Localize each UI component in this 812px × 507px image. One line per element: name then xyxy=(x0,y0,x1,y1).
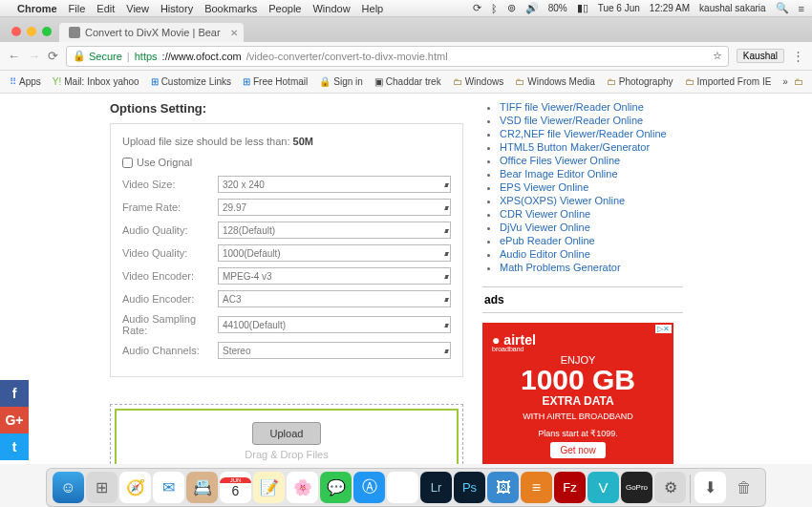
dock-finder[interactable]: ☺ xyxy=(53,472,84,503)
close-tab-icon[interactable]: ✕ xyxy=(230,28,238,38)
menu-view[interactable]: View xyxy=(126,3,149,14)
ad-with: WITH AIRTEL BROADBAND xyxy=(492,412,664,421)
dock-filezilla[interactable]: Fz xyxy=(554,472,586,503)
ad-banner[interactable]: ▷✕ ● airtel broadband ENJOY 1000 GB EXTR… xyxy=(482,323,673,464)
sidebar-link[interactable]: Bear Image Editor Online xyxy=(500,168,618,180)
dock-messages[interactable]: 💬 xyxy=(320,472,352,503)
option-select[interactable]: 1000(Default)▴▾ xyxy=(218,244,451,262)
sync-icon[interactable]: ⟳ xyxy=(473,2,481,14)
menu-help[interactable]: Help xyxy=(362,3,384,14)
dock-calendar[interactable]: JUN6 xyxy=(220,472,251,503)
dropdown-icon: ▴▾ xyxy=(444,347,446,355)
star-icon[interactable]: ☆ xyxy=(713,50,722,62)
option-select[interactable]: AC3▴▾ xyxy=(218,290,451,307)
close-window[interactable] xyxy=(11,27,21,36)
sidebar-link[interactable]: XPS(OXPS) Viewer Online xyxy=(500,195,625,206)
app-name[interactable]: Chrome xyxy=(17,3,57,14)
dock-app-orange[interactable]: ≡ xyxy=(521,472,552,503)
twitter-share[interactable]: t xyxy=(0,433,29,460)
sidebar-link[interactable]: HTML5 Button Maker/Generator xyxy=(500,141,650,153)
option-select[interactable]: 29.97▴▾ xyxy=(218,199,451,216)
battery-icon[interactable]: ▮▯ xyxy=(577,2,588,14)
profile-button[interactable]: Kaushal xyxy=(737,49,784,63)
googleplus-share[interactable]: G+ xyxy=(0,407,29,433)
minimize-window[interactable] xyxy=(27,27,36,36)
option-select[interactable]: Stereo▴▾ xyxy=(218,342,451,359)
menu-file[interactable]: File xyxy=(69,3,86,14)
dock-trash[interactable]: 🗑 xyxy=(728,472,759,503)
maximize-window[interactable] xyxy=(42,27,52,36)
facebook-share[interactable]: f xyxy=(0,380,29,407)
bookmark-item[interactable]: ▣Chaddar trek xyxy=(374,76,441,87)
dock-settings[interactable]: ⚙ xyxy=(654,472,686,503)
bluetooth-icon[interactable]: ᛒ xyxy=(491,3,498,14)
menubar-date[interactable]: Tue 6 Jun xyxy=(598,3,640,13)
folder-icon: 🗀 xyxy=(453,76,462,87)
bookmark-overflow[interactable]: » 🗀 Other Bookmarks xyxy=(782,76,812,87)
back-button[interactable]: ← xyxy=(8,49,20,63)
wifi-icon[interactable]: ⊚ xyxy=(507,2,516,14)
sidebar-link[interactable]: CDR Viewer Online xyxy=(500,208,590,220)
bookmark-item[interactable]: ⊞Customize Links xyxy=(151,76,231,87)
bookmark-item[interactable]: 🗀Windows xyxy=(453,76,504,87)
option-select[interactable]: 128(Default)▴▾ xyxy=(218,222,451,239)
bookmark-item[interactable]: 🗀Photography xyxy=(607,76,673,87)
menu-window[interactable]: Window xyxy=(312,3,350,14)
sidebar-link[interactable]: ePub Reader Online xyxy=(500,235,595,246)
window-controls xyxy=(8,27,59,42)
upload-button[interactable]: Upload xyxy=(252,422,322,445)
checkbox-input[interactable] xyxy=(122,158,133,168)
dock-lightroom[interactable]: Lr xyxy=(420,472,452,503)
dock-app-v[interactable]: V xyxy=(588,472,619,503)
dock-chrome[interactable]: ◉ xyxy=(387,472,418,503)
reload-button[interactable]: ⟳ xyxy=(48,49,58,63)
sidebar-link[interactable]: DjVu Viewer Online xyxy=(500,222,590,233)
sidebar-link[interactable]: VSD file Viewer/Reader Online xyxy=(500,115,643,126)
dock-safari[interactable]: 🧭 xyxy=(119,472,151,503)
menu-history[interactable]: History xyxy=(160,3,193,14)
ad-cta-button[interactable]: Get now xyxy=(550,442,605,458)
bookmark-item[interactable]: 🗀Imported From IE xyxy=(685,76,772,87)
sidebar-link[interactable]: CR2,NEF file Viewer/Reader Online xyxy=(500,128,667,139)
option-select[interactable]: 44100(Default)▴▾ xyxy=(218,316,451,333)
bookmark-item[interactable]: 🗀Windows Media xyxy=(515,76,595,87)
bookmark-item[interactable]: Y!Mail: Inbox yahoo xyxy=(53,76,139,87)
dock-mail[interactable]: ✉ xyxy=(153,472,184,503)
dock-downloads[interactable]: ⬇ xyxy=(694,472,726,503)
menu-icon[interactable]: ⋮ xyxy=(792,49,804,63)
menu-bookmarks[interactable]: Bookmarks xyxy=(204,3,257,14)
dock-photoshop[interactable]: Ps xyxy=(454,472,485,503)
dock-preview[interactable]: 🖼 xyxy=(487,472,519,503)
sidebar-link[interactable]: Math Problems Generator xyxy=(500,262,621,273)
bookmark-item[interactable]: 🔒Sign in xyxy=(319,76,363,87)
address-bar[interactable]: 🔒Secure | https://www.ofoct.com/video-co… xyxy=(66,46,729,67)
spotlight-icon[interactable]: 🔍 xyxy=(776,2,789,14)
menu-people[interactable]: People xyxy=(268,3,301,14)
upload-area[interactable]: Upload Drag & Drop Files xyxy=(110,404,463,464)
use-original-checkbox[interactable]: Use Orignal xyxy=(122,157,451,168)
sidebar-link[interactable]: EPS Viewer Online xyxy=(500,181,588,193)
sidebar-link[interactable]: TIFF file Viewer/Reader Online xyxy=(500,101,644,113)
menubar-user[interactable]: kaushal sakaria xyxy=(699,3,765,13)
hamburger-icon[interactable]: ≡ xyxy=(799,3,804,14)
dock-notes[interactable]: 📝 xyxy=(253,472,285,503)
forward-button[interactable]: → xyxy=(28,49,40,63)
volume-icon[interactable]: 🔊 xyxy=(525,2,539,14)
apps-button[interactable]: ⠿Apps xyxy=(10,76,41,87)
menu-edit[interactable]: Edit xyxy=(96,3,115,14)
sidebar-link[interactable]: Office Files Viewer Online xyxy=(500,155,620,166)
dock-photos[interactable]: 🌸 xyxy=(287,472,318,503)
bookmark-item[interactable]: ⊞Free Hotmail xyxy=(243,76,308,87)
secure-badge[interactable]: 🔒Secure xyxy=(73,50,122,62)
sidebar-link[interactable]: Audio Editor Online xyxy=(500,248,590,260)
dock-gopro[interactable]: GoPro xyxy=(621,472,652,503)
option-select[interactable]: MPEG-4 v3▴▾ xyxy=(218,267,451,285)
adchoices-icon[interactable]: ▷✕ xyxy=(655,325,672,333)
browser-tab[interactable]: Convert to DivX Movie | Bear ✕ xyxy=(59,23,244,42)
dock-launchpad[interactable]: ⊞ xyxy=(86,472,118,503)
menubar-time[interactable]: 12:29 AM xyxy=(650,3,690,13)
option-select[interactable]: 320 x 240▴▾ xyxy=(218,176,451,193)
dock-contacts[interactable]: 📇 xyxy=(186,472,218,503)
dock-appstore[interactable]: Ⓐ xyxy=(353,472,385,503)
dropdown-icon: ▴▾ xyxy=(444,203,446,212)
